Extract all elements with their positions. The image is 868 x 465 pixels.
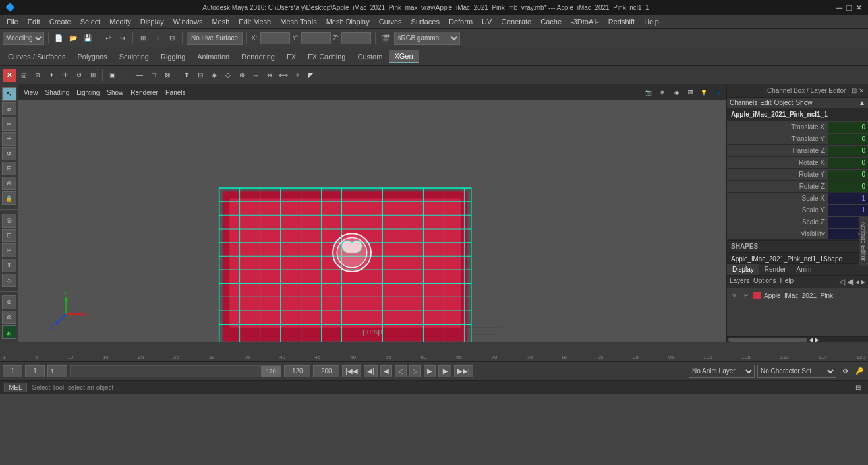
- multi-cut-btn[interactable]: ✂: [2, 243, 16, 257]
- renderer-menu[interactable]: Renderer: [128, 89, 161, 96]
- shading-menu[interactable]: Shading: [43, 89, 72, 96]
- vp-light-btn[interactable]: 💡: [698, 86, 710, 98]
- tab-curves[interactable]: Curves / Surfaces: [3, 51, 71, 63]
- no-live-surface-btn[interactable]: No Live Surface: [187, 32, 243, 45]
- play-back-btn[interactable]: ◁: [395, 365, 407, 377]
- layer-scrollbar[interactable]: ◀ ▶: [727, 336, 868, 342]
- history-btn[interactable]: ⊡: [2, 229, 16, 243]
- render-btn[interactable]: 🎬: [380, 32, 391, 44]
- tab-animation[interactable]: Animation: [192, 51, 235, 63]
- tab-rendering[interactable]: Rendering: [236, 51, 280, 63]
- layer-add-btn[interactable]: ◁ ◀ ◂ ▸: [839, 277, 865, 286]
- max-frame-field[interactable]: [313, 365, 339, 377]
- char-set-select[interactable]: No Character Set: [757, 365, 836, 378]
- translate-z-value[interactable]: [828, 146, 868, 156]
- view-menu[interactable]: View: [21, 89, 41, 96]
- menu-create[interactable]: Create: [45, 16, 75, 27]
- tab-custom[interactable]: Custom: [353, 51, 388, 63]
- lasso-tool-btn[interactable]: ⌀: [2, 102, 16, 116]
- menu-help[interactable]: Help: [640, 16, 663, 27]
- goto-end-btn[interactable]: ▶▶|: [454, 365, 473, 377]
- translate-y-value[interactable]: [828, 134, 868, 144]
- h-scrollbar-thumb[interactable]: [728, 338, 807, 342]
- tab-fx[interactable]: FX: [281, 51, 301, 63]
- insert-loop-btn[interactable]: ↔: [250, 69, 262, 81]
- minimize-btn[interactable]: ─: [836, 3, 842, 13]
- gimbal-btn[interactable]: ⊛: [2, 295, 16, 309]
- menu-3dto[interactable]: -3DtoAll-: [567, 16, 603, 27]
- current-frame-field[interactable]: [25, 365, 45, 377]
- select-mode-btn[interactable]: ▣: [106, 69, 118, 81]
- menu-editmesh[interactable]: Edit Mesh: [235, 16, 275, 27]
- merge-btn[interactable]: ◈: [208, 69, 220, 81]
- axes-btn[interactable]: ⊗: [2, 311, 16, 325]
- menu-curves[interactable]: Curves: [375, 16, 406, 27]
- show-menu[interactable]: Show: [104, 89, 126, 96]
- wedge-btn[interactable]: ◤: [305, 69, 317, 81]
- tab-polygons[interactable]: Polygons: [72, 51, 112, 63]
- scale-btn[interactable]: ⊞: [87, 69, 99, 81]
- translate-x-value[interactable]: [828, 122, 868, 133]
- lang-select[interactable]: MEL: [4, 383, 27, 392]
- extrude-btn[interactable]: ⬆: [181, 69, 192, 81]
- play-fwd-btn[interactable]: ▷: [409, 365, 421, 377]
- manip-tool-btn[interactable]: ⊕: [2, 177, 16, 191]
- workspace-select[interactable]: Modeling: [3, 32, 44, 45]
- vp-shadow-btn[interactable]: 🌑: [712, 86, 724, 98]
- save-file-btn[interactable]: 💾: [82, 32, 94, 44]
- help-menu[interactable]: Help: [780, 277, 794, 286]
- close-btn[interactable]: ✕: [855, 3, 863, 13]
- end-frame-field[interactable]: [284, 365, 310, 377]
- layer-vis[interactable]: V: [730, 292, 739, 299]
- undo-btn[interactable]: ↩: [102, 32, 114, 44]
- cb-show-tab[interactable]: Show: [796, 99, 812, 106]
- bevel-btn[interactable]: ◇: [222, 69, 234, 81]
- uv-btn[interactable]: ⊠: [161, 69, 173, 81]
- attribute-editor-tab[interactable]: Attribute Editor: [859, 216, 868, 266]
- snap-grid-btn[interactable]: ⊞: [137, 32, 149, 44]
- layer-p[interactable]: P: [741, 292, 751, 299]
- anim-layer-select[interactable]: No Anim Layer: [689, 365, 755, 378]
- menu-deform[interactable]: Deform: [445, 16, 477, 27]
- scale-x-value[interactable]: [828, 193, 868, 204]
- x-field[interactable]: [260, 32, 290, 44]
- snap-tool-btn[interactable]: 🔒: [2, 191, 16, 205]
- paint-tool-btn[interactable]: ✏: [2, 117, 16, 131]
- scale-y-value[interactable]: [828, 205, 868, 216]
- vp-texture-btn[interactable]: 🖼: [684, 86, 696, 98]
- panels-menu[interactable]: Panels: [163, 89, 188, 96]
- z-field[interactable]: [341, 32, 371, 44]
- select-tool-btn[interactable]: ↖: [2, 87, 16, 101]
- prev-key-btn[interactable]: ◀|: [364, 365, 378, 377]
- anim-key-btn[interactable]: 🔑: [854, 365, 865, 377]
- menu-cache[interactable]: Cache: [536, 16, 565, 27]
- timeline[interactable]: 1 5 10 15 20 25 30 35 40 45 50 55 60 65 …: [0, 342, 868, 361]
- viewport[interactable]: View Shading Lighting Show Renderer Pane…: [18, 84, 726, 342]
- anim-pref-btn[interactable]: ⚙: [839, 365, 851, 377]
- menu-surfaces[interactable]: Surfaces: [407, 16, 444, 27]
- menu-modify[interactable]: Modify: [105, 16, 134, 27]
- lasso-btn[interactable]: ✦: [45, 69, 57, 81]
- menu-file[interactable]: File: [3, 16, 22, 27]
- timeline-scrub[interactable]: 120: [70, 365, 281, 377]
- redo-btn[interactable]: ↪: [117, 32, 129, 44]
- soft-sel-btn[interactable]: ◎: [2, 214, 16, 228]
- y-field[interactable]: [301, 32, 331, 44]
- select-comp-btn[interactable]: ◎: [18, 69, 30, 81]
- bevel-l-btn[interactable]: ◇: [2, 274, 16, 288]
- slide-btn[interactable]: ⟺: [277, 69, 289, 81]
- tab-rigging[interactable]: Rigging: [156, 51, 190, 63]
- prev-frame-btn[interactable]: ◀: [380, 365, 392, 377]
- channel-box-expand[interactable]: ⊡ ✕: [852, 87, 864, 94]
- next-frame-btn[interactable]: ▶: [424, 365, 436, 377]
- vp-wire-btn[interactable]: ⊞: [656, 86, 668, 98]
- offset-loop-btn[interactable]: ⇔: [264, 69, 275, 81]
- rotate-btn[interactable]: ↺: [73, 69, 85, 81]
- select-x-btn[interactable]: ✕: [3, 69, 16, 82]
- cb-edit-tab[interactable]: Edit: [760, 99, 771, 106]
- menu-display[interactable]: Display: [136, 16, 168, 27]
- display-tab-render[interactable]: Render: [759, 264, 792, 275]
- face-btn[interactable]: □: [148, 69, 159, 81]
- maximize-btn[interactable]: □: [846, 3, 852, 13]
- cb-scroll-up[interactable]: ▲: [859, 99, 865, 106]
